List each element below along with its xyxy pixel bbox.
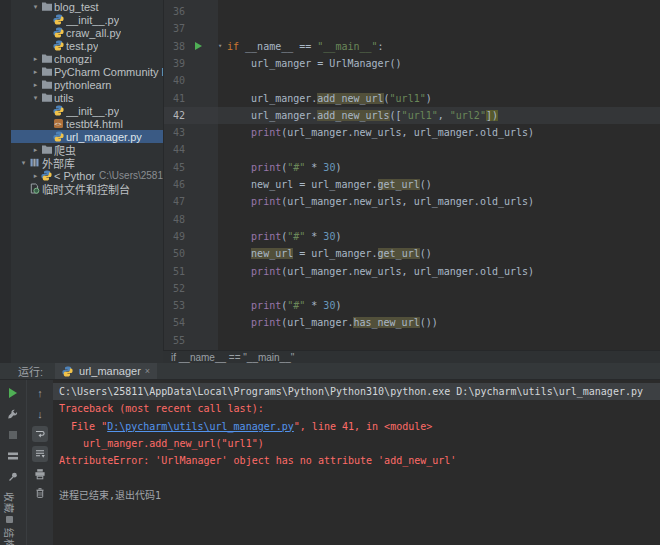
line-number[interactable]: 44 bbox=[164, 141, 219, 158]
line-number[interactable]: 42 bbox=[164, 107, 219, 124]
tree-item-label: __init__.py bbox=[66, 105, 119, 117]
console-toolbar: ↑ ↓ bbox=[26, 380, 53, 545]
rerun-button[interactable] bbox=[5, 385, 21, 401]
library-icon bbox=[29, 157, 42, 168]
run-left-toolbar: 收藏 结构 bbox=[0, 380, 26, 545]
close-icon[interactable]: × bbox=[145, 366, 150, 376]
line-number[interactable]: 50 bbox=[164, 245, 219, 262]
tree-item-chongzi[interactable]: ▸chongzi bbox=[11, 52, 163, 65]
code-line[interactable] bbox=[218, 141, 660, 158]
tree-item-label: 临时文件和控制台 bbox=[42, 181, 130, 197]
tree-item-外部库[interactable]: ▾外部库 bbox=[11, 156, 163, 169]
code-editor[interactable]: ▾if __name__ == "__main__": url_manger =… bbox=[218, 0, 660, 350]
code-line[interactable]: print("#" * 30) bbox=[218, 159, 660, 176]
tree-item-test.py[interactable]: test.py bbox=[11, 39, 163, 52]
folder-icon bbox=[41, 1, 54, 12]
tree-item-临时文件和控制台[interactable]: 临时文件和控制台 bbox=[11, 182, 163, 195]
chevron-icon[interactable]: ▾ bbox=[30, 0, 41, 13]
code-line[interactable] bbox=[218, 211, 660, 228]
code-line[interactable]: print(url_manger.new_urls, url_manger.ol… bbox=[218, 124, 660, 141]
run-tab[interactable]: url_manager × bbox=[55, 363, 157, 379]
python-file-icon bbox=[53, 27, 66, 38]
tree-item-testbt4.html[interactable]: <>testbt4.html bbox=[11, 117, 163, 130]
line-number[interactable]: 49 bbox=[164, 228, 219, 245]
pin-icon[interactable] bbox=[5, 469, 21, 485]
tree-item-PyCharm-Community-Edition-2[interactable]: ▸PyCharm Community Edition 2 bbox=[11, 65, 163, 78]
python-file-icon bbox=[41, 170, 54, 181]
tree-item-label: PyCharm Community Edition 2 bbox=[54, 66, 163, 78]
code-line[interactable] bbox=[218, 3, 660, 20]
run-tab-label: url_manager bbox=[79, 365, 141, 377]
code-line[interactable]: print(url_manger.has_new_url()) bbox=[218, 314, 660, 331]
fold-marker-icon[interactable]: ▾ bbox=[218, 38, 227, 55]
tree-item-utils[interactable]: ▾utils bbox=[11, 91, 163, 104]
code-line[interactable] bbox=[218, 20, 660, 37]
soft-wrap-toggle[interactable] bbox=[32, 426, 48, 442]
code-line[interactable]: url_manger.add_new_urls(["url1", "url2"]… bbox=[218, 107, 660, 124]
line-number[interactable]: 45 bbox=[164, 159, 219, 176]
down-arrow-icon[interactable]: ↓ bbox=[32, 406, 48, 422]
code-line[interactable] bbox=[218, 280, 660, 297]
scroll-to-end-toggle[interactable] bbox=[32, 446, 48, 462]
print-icon[interactable] bbox=[32, 466, 48, 482]
toolwindow-structure[interactable]: 结构 bbox=[2, 528, 17, 545]
code-line[interactable]: print("#" * 30) bbox=[218, 228, 660, 245]
stop-button[interactable] bbox=[5, 427, 21, 443]
chevron-icon[interactable]: ▸ bbox=[30, 143, 41, 156]
up-arrow-icon[interactable]: ↑ bbox=[32, 385, 48, 401]
tree-item-blog_test[interactable]: ▾blog_test bbox=[11, 0, 163, 13]
line-number[interactable]: 36 bbox=[164, 3, 219, 20]
chevron-icon[interactable]: ▸ bbox=[30, 65, 41, 78]
stacktrace-link[interactable]: D:\pycharm\utils\url_manager.py bbox=[107, 421, 294, 432]
console-line: 进程已结束,退出代码1 bbox=[53, 487, 660, 504]
tree-item-craw_all.py[interactable]: craw_all.py bbox=[11, 26, 163, 39]
toolwindow-favorites[interactable]: 收藏 bbox=[2, 492, 17, 523]
code-line[interactable]: new_url = url_manger.get_url() bbox=[218, 245, 660, 262]
code-line[interactable]: print(url_manger.new_urls, url_manger.ol… bbox=[218, 193, 660, 210]
chevron-icon[interactable]: ▾ bbox=[30, 91, 41, 104]
tree-item-url_manager.py[interactable]: url_manager.py bbox=[11, 130, 163, 143]
editor-gutter[interactable]: 3637383940414243444546474849505152535455 bbox=[163, 0, 219, 350]
line-number[interactable]: 46 bbox=[164, 176, 219, 193]
line-number[interactable]: 51 bbox=[164, 263, 219, 280]
console-line: C:\Users\25811\AppData\Local\Programs\Py… bbox=[53, 383, 660, 400]
restore-layout-icon[interactable] bbox=[5, 448, 21, 464]
tree-item-__init__.py[interactable]: __init__.py bbox=[11, 13, 163, 26]
code-line[interactable]: print("#" * 30) bbox=[218, 297, 660, 314]
breadcrumb[interactable]: if __name__ == "__main__" bbox=[163, 350, 660, 363]
run-line-icon[interactable] bbox=[195, 42, 202, 50]
line-number[interactable]: 40 bbox=[164, 72, 219, 89]
line-number[interactable]: 55 bbox=[164, 332, 219, 349]
code-line[interactable]: print(url_manger.new_urls, url_manger.ol… bbox=[218, 263, 660, 280]
line-number[interactable]: 52 bbox=[164, 280, 219, 297]
code-line[interactable]: ▾if __name__ == "__main__": bbox=[218, 38, 660, 55]
chevron-icon[interactable]: ▾ bbox=[18, 156, 29, 169]
tree-item-pythonlearn[interactable]: ▸pythonlearn bbox=[11, 78, 163, 91]
settings-wrench-icon[interactable] bbox=[5, 406, 21, 422]
tree-item-label: __init__.py bbox=[66, 14, 119, 26]
python-file-icon bbox=[53, 105, 66, 116]
code-line[interactable] bbox=[218, 332, 660, 349]
line-number[interactable]: 48 bbox=[164, 211, 219, 228]
code-line[interactable]: new_url = url_manger.get_url() bbox=[218, 176, 660, 193]
clear-console-trash-icon[interactable] bbox=[32, 485, 48, 501]
line-number[interactable]: 38 bbox=[164, 38, 219, 55]
line-number[interactable]: 39 bbox=[164, 55, 219, 72]
line-number[interactable]: 41 bbox=[164, 90, 219, 107]
line-number[interactable]: 43 bbox=[164, 124, 219, 141]
code-line[interactable] bbox=[218, 72, 660, 89]
tree-item-__init__.py[interactable]: __init__.py bbox=[11, 104, 163, 117]
chevron-icon[interactable]: ▸ bbox=[30, 52, 41, 65]
chevron-icon[interactable]: ▸ bbox=[30, 169, 41, 182]
line-number[interactable]: 54 bbox=[164, 314, 219, 331]
chevron-icon[interactable]: ▸ bbox=[30, 78, 41, 91]
code-line[interactable]: url_manger.add_new_url("url1") bbox=[218, 90, 660, 107]
line-number[interactable]: 37 bbox=[164, 20, 219, 37]
line-number[interactable]: 47 bbox=[164, 193, 219, 210]
console-line: AttributeError: 'UrlManager' object has … bbox=[53, 452, 660, 469]
tree-item-label: blog_test bbox=[54, 1, 99, 13]
tree-item-爬虫[interactable]: ▸爬虫 bbox=[11, 143, 163, 156]
code-line[interactable]: url_manger = UrlManager() bbox=[218, 55, 660, 72]
line-number[interactable]: 53 bbox=[164, 297, 219, 314]
project-tree[interactable]: ▾blog_test__init__.pycraw_all.pytest.py▸… bbox=[11, 0, 163, 363]
